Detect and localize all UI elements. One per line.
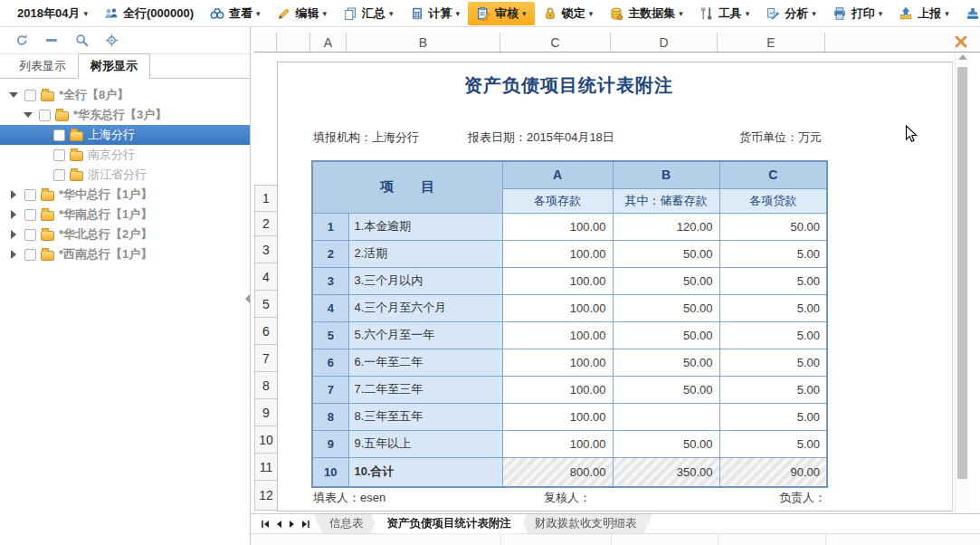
row-name-cell[interactable]: 7.二年至三年 [348, 376, 502, 403]
expand-node-icon[interactable] [7, 190, 20, 199]
value-cell[interactable]: 50.00 [613, 430, 719, 457]
tab-tree-display[interactable]: 树形显示 [78, 53, 150, 79]
sheet-tab-0[interactable]: 信息表 [314, 514, 379, 534]
sidebar-collapse-handle[interactable] [243, 279, 251, 319]
toolbar-analyze-button[interactable]: 分析▾ [757, 2, 824, 25]
toolbar-audit-button[interactable]: 审核▾ [468, 2, 535, 25]
row-name-cell[interactable]: 3.三个月以内 [348, 267, 502, 294]
value-cell[interactable]: 100.00 [502, 240, 613, 267]
collapse-node-icon[interactable] [22, 112, 34, 118]
column-header-D[interactable]: D [611, 33, 718, 52]
tree-checkbox[interactable] [53, 149, 65, 161]
row-index-cell[interactable]: 9 [312, 430, 348, 457]
row-name-cell[interactable]: 2.活期 [348, 240, 502, 267]
refresh-icon[interactable] [14, 33, 29, 48]
tree-checkbox[interactable] [53, 129, 65, 141]
column-header-A[interactable]: A [310, 33, 347, 52]
tree-node-7[interactable]: *华北总行【2户】 [0, 225, 250, 244]
scroll-up-icon[interactable] [958, 54, 967, 60]
row-index-cell[interactable]: 2 [312, 240, 348, 267]
row-header-10[interactable]: 10 [254, 426, 278, 454]
row-header-6[interactable]: 6 [254, 318, 278, 345]
row-header-2[interactable]: 2 [254, 212, 278, 236]
row-header-11[interactable]: 11 [254, 454, 278, 481]
sheet-tab-1[interactable]: 资产负债项目统计表附注 [372, 514, 528, 534]
row-name-cell[interactable]: 1.本金逾期 [348, 213, 502, 240]
row-index-cell[interactable]: 5 [312, 321, 348, 349]
row-header-8[interactable]: 8 [254, 372, 278, 399]
col-letter-cell-A[interactable]: A [502, 161, 613, 188]
value-cell[interactable]: 100.00 [502, 430, 613, 457]
expand-node-icon[interactable] [7, 210, 20, 219]
sub-header-cell[interactable]: 其中：储蓄存款 [613, 188, 719, 213]
row-name-cell[interactable]: 9.五年以上 [348, 430, 502, 457]
value-cell[interactable]: 5.00 [719, 267, 827, 294]
sheet-tab-2[interactable]: 财政拨款收支明细表 [519, 514, 652, 534]
close-icon[interactable] [954, 34, 968, 49]
column-header-E[interactable]: E [718, 33, 825, 52]
value-cell[interactable]: 50.00 [613, 267, 719, 294]
value-cell[interactable]: 350.00 [613, 457, 719, 487]
row-header-9[interactable]: 9 [254, 399, 278, 426]
toolbar-print-button[interactable]: 打印▾ [824, 2, 891, 25]
row-index-cell[interactable]: 3 [312, 267, 348, 294]
value-cell[interactable]: 100.00 [502, 294, 613, 321]
toolbar-master-dataset-button[interactable]: 主数据集▾ [601, 2, 691, 25]
tree-node-8[interactable]: *西南总行【1户】 [0, 244, 250, 264]
value-cell[interactable]: 50.00 [613, 376, 719, 403]
tree-node-0[interactable]: *全行【8户】 [0, 85, 250, 105]
value-cell[interactable]: 100.00 [502, 267, 613, 294]
vertical-scrollbar[interactable] [955, 53, 969, 513]
row-index-cell[interactable]: 6 [312, 349, 348, 376]
row-index-cell[interactable]: 7 [312, 376, 348, 403]
value-cell[interactable]: 5.00 [719, 403, 827, 430]
locate-icon[interactable] [104, 33, 119, 48]
value-cell[interactable]: 5.00 [719, 430, 827, 457]
tab-list-display[interactable]: 列表显示 [7, 54, 78, 78]
col-letter-cell-B[interactable]: B [613, 161, 719, 188]
value-cell[interactable]: 5.00 [719, 294, 827, 321]
toolbar-view-button[interactable]: 查看▾ [202, 2, 269, 25]
tree-checkbox[interactable] [24, 189, 36, 201]
tree-node-4[interactable]: 浙江省分行 [0, 165, 250, 185]
row-name-cell[interactable]: 6.一年至二年 [348, 349, 502, 376]
last-sheet-icon[interactable] [299, 518, 312, 531]
row-header-7[interactable]: 7 [254, 345, 278, 372]
toolbar-org-button[interactable]: 全行(000000) [96, 2, 202, 25]
tree-node-3[interactable]: 南京分行 [0, 145, 250, 165]
next-sheet-icon[interactable] [285, 518, 299, 531]
column-header-C[interactable]: C [500, 33, 611, 52]
value-cell[interactable]: 90.00 [719, 457, 827, 487]
tree-checkbox[interactable] [24, 209, 36, 221]
value-cell[interactable]: 50.00 [719, 213, 827, 240]
tree-node-5[interactable]: *华中总行【1户】 [0, 185, 250, 205]
tree-checkbox[interactable] [24, 229, 36, 241]
value-cell[interactable]: 50.00 [613, 294, 719, 321]
row-header-12[interactable]: 12 [254, 481, 278, 511]
row-name-cell[interactable]: 4.三个月至六个月 [348, 294, 502, 321]
value-cell[interactable]: 100.00 [502, 376, 613, 403]
tree-node-6[interactable]: *华南总行【1户】 [0, 205, 250, 225]
sub-header-cell[interactable]: 各项存款 [502, 188, 613, 213]
expand-node-icon[interactable] [7, 250, 20, 259]
tree-checkbox[interactable] [24, 249, 36, 261]
column-header-B[interactable]: B [347, 33, 500, 52]
prev-sheet-icon[interactable] [271, 518, 285, 531]
value-cell[interactable]: 100.00 [502, 321, 613, 349]
toolbar-edit-button[interactable]: 编辑▾ [269, 2, 336, 25]
toolbar-summarize-button[interactable]: 汇总▾ [335, 2, 402, 25]
first-sheet-icon[interactable] [258, 518, 271, 531]
value-cell[interactable]: 50.00 [613, 349, 719, 376]
value-cell[interactable]: 120.00 [613, 213, 719, 240]
row-index-cell[interactable]: 10 [312, 457, 348, 487]
value-cell[interactable]: 800.00 [502, 457, 613, 487]
value-cell[interactable]: 5.00 [719, 240, 827, 267]
tree-checkbox[interactable] [24, 90, 36, 101]
minus-icon[interactable] [44, 33, 59, 48]
row-header-3[interactable]: 3 [254, 236, 278, 263]
item-header-cell[interactable]: 项 目 [312, 161, 502, 213]
value-cell[interactable]: 5.00 [719, 321, 827, 349]
toolbar-period-button[interactable]: 2018年04月▾ [9, 2, 96, 25]
row-index-cell[interactable]: 1 [312, 213, 348, 240]
value-cell[interactable]: 100.00 [502, 403, 613, 430]
